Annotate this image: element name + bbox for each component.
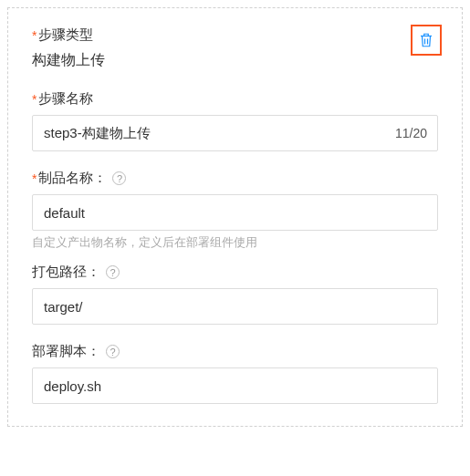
required-mark: * — [32, 92, 37, 107]
step-type-label-row: * 步骤类型 — [32, 26, 438, 44]
artifact-name-label-row: * 制品名称： ? — [32, 170, 438, 187]
step-name-label-row: * 步骤名称 — [32, 90, 438, 108]
help-icon[interactable]: ? — [112, 171, 126, 185]
pack-path-label-row: 打包路径： ? — [32, 264, 438, 281]
required-mark: * — [32, 28, 37, 43]
pack-path-input-wrap — [32, 288, 438, 325]
step-type-value: 构建物上传 — [32, 51, 438, 70]
step-name-label: 步骤名称 — [38, 90, 93, 108]
delete-step-button[interactable] — [416, 30, 436, 50]
pack-path-input[interactable] — [32, 288, 438, 325]
delete-highlight-box — [411, 25, 442, 56]
deploy-script-label: 部署脚本： — [32, 343, 100, 360]
artifact-name-input-wrap — [32, 194, 438, 231]
pack-path-label: 打包路径： — [32, 264, 100, 281]
step-name-input[interactable] — [32, 115, 438, 151]
artifact-name-hint: 自定义产出物名称，定义后在部署组件使用 — [32, 234, 438, 251]
required-mark: * — [32, 171, 37, 186]
deploy-script-input[interactable] — [32, 367, 438, 404]
deploy-script-input-wrap — [32, 367, 438, 404]
help-icon[interactable]: ? — [106, 265, 120, 279]
artifact-name-label: 制品名称： — [38, 170, 107, 187]
step-config-panel: * 步骤类型 构建物上传 * 步骤名称 11/20 * 制品名称： ? 自定义产… — [7, 7, 463, 427]
deploy-script-label-row: 部署脚本： ? — [32, 343, 438, 360]
step-type-label: 步骤类型 — [38, 26, 93, 44]
step-name-input-wrap: 11/20 — [32, 115, 438, 151]
step-name-counter: 11/20 — [395, 126, 427, 140]
artifact-name-input[interactable] — [32, 194, 438, 231]
help-icon[interactable]: ? — [106, 345, 120, 358]
trash-icon — [418, 32, 434, 48]
